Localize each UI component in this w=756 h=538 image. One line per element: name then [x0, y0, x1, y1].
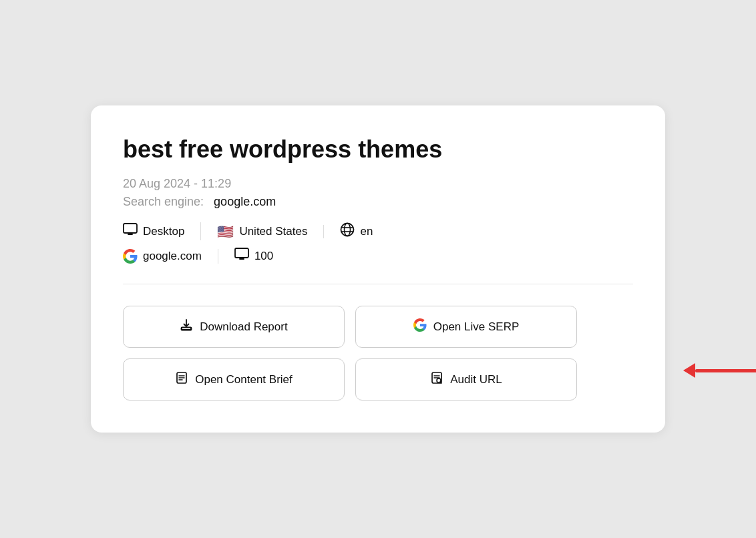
audit-url-button[interactable]: Audit URL [355, 358, 577, 400]
keyword-title: best free wordpress themes [123, 135, 633, 164]
search-engine-row: Search engine: google.com [123, 195, 633, 209]
svg-point-4 [345, 224, 351, 236]
open-content-brief-label: Open Content Brief [195, 373, 293, 386]
main-card: best free wordpress themes 20 Aug 2024 -… [91, 105, 665, 433]
svg-rect-0 [124, 224, 137, 233]
audit-url-icon [430, 371, 443, 388]
svg-rect-10 [182, 328, 192, 330]
download-icon [180, 318, 193, 335]
language-label: en [360, 225, 373, 238]
open-live-serp-button[interactable]: Open Live SERP [355, 306, 577, 348]
open-live-serp-label: Open Live SERP [433, 320, 520, 334]
meta-date: 20 Aug 2024 - 11:29 [123, 177, 633, 191]
svg-rect-7 [235, 248, 248, 258]
audit-url-label: Audit URL [450, 373, 502, 386]
download-report-button[interactable]: Download Report [123, 306, 345, 348]
google-g-icon [123, 249, 138, 264]
download-report-label: Download Report [200, 320, 287, 334]
info-row-2: google.com 100 [123, 247, 633, 265]
results-count-item: 100 [234, 247, 273, 265]
google-serp-icon [413, 318, 427, 335]
arrow-annotation [683, 363, 756, 378]
section-divider [123, 284, 633, 284]
device-label: Desktop [143, 225, 184, 238]
desktop-icon [123, 222, 138, 240]
action-buttons-grid: Download Report Open Live SERP [123, 306, 577, 400]
content-brief-icon [175, 371, 188, 388]
results-icon [234, 247, 249, 265]
arrow-shaft [695, 369, 756, 372]
country-item: 🇺🇸 United States [217, 225, 324, 238]
search-engine-label: Search engine: [123, 195, 204, 208]
google-domain-label: google.com [143, 250, 202, 263]
info-row-1: Desktop 🇺🇸 United States en [123, 222, 633, 240]
google-domain-item: google.com [123, 249, 218, 264]
device-item: Desktop [123, 222, 201, 240]
svg-point-3 [341, 224, 354, 236]
globe-icon [340, 222, 355, 240]
country-label: United States [239, 225, 307, 238]
search-engine-value: google.com [214, 195, 276, 208]
arrow-head [683, 363, 695, 378]
flag-icon: 🇺🇸 [217, 225, 234, 238]
open-content-brief-button[interactable]: Open Content Brief [123, 358, 345, 400]
language-item: en [340, 222, 373, 240]
results-count-label: 100 [254, 250, 273, 263]
